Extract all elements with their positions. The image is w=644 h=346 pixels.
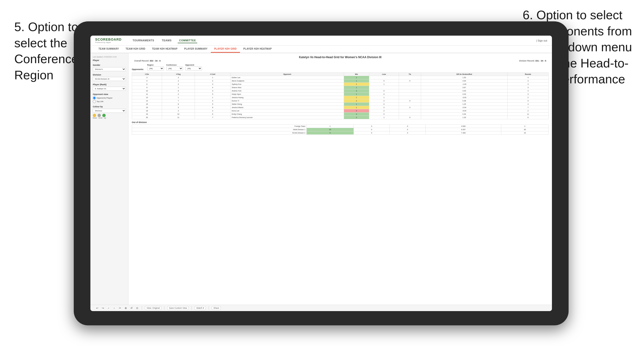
cell-diff: 1.25 [421, 103, 508, 106]
conference-filter-select[interactable]: (All) [166, 66, 183, 71]
cell-win: 0 [344, 109, 369, 113]
subnav-player-summary[interactable]: PLAYER SUMMARY [181, 46, 211, 53]
cell-conf: 4 [194, 86, 230, 89]
share-button[interactable]: Share [212, 306, 221, 310]
conference-filter-label: Conference [166, 64, 183, 66]
toolbar-sep-4 [209, 306, 209, 310]
cut-icon[interactable]: ✂ [118, 306, 122, 310]
col-diff: Diff Av Strokes/Rnd [421, 73, 508, 76]
player-rank-select[interactable]: 8. Katelyn Vo [93, 87, 126, 91]
cell-div: 10 [132, 89, 162, 93]
cell-conf: 3 [194, 89, 230, 93]
cell-win: 1 [344, 79, 369, 83]
subnav-player-h2h-heatmap[interactable]: PLAYER H2H HEATMAP [240, 46, 275, 53]
cell-conf: 5 [194, 93, 230, 96]
opponent-filter-select[interactable]: (All) [185, 66, 202, 71]
out-tie-cell: 0 [390, 125, 426, 128]
refresh-icon[interactable]: ↺ [130, 306, 133, 310]
out-diff-cell: 4.500 [426, 125, 501, 128]
cell-win: 2 [344, 116, 369, 119]
cell-rounds: 4 [508, 89, 548, 93]
undo-icon[interactable]: ↩ [95, 306, 99, 310]
division-label: Division [93, 74, 126, 76]
colour-by-select[interactable]: Win/loss [93, 109, 126, 113]
add-icon[interactable]: ⊕ [124, 306, 128, 310]
region-filter-group: Region (All) [147, 64, 164, 71]
division-select[interactable]: NCAA Division III NCAA Division I NCAA D… [93, 77, 126, 81]
cell-loss: 1 [369, 83, 399, 86]
col-win: Win [344, 73, 369, 76]
subnav-team-h2h-grid[interactable]: TEAM H2H GRID [122, 46, 149, 53]
cell-opponent: Andrea York [230, 89, 344, 93]
cell-reg: 10 [162, 113, 195, 116]
cell-tie [399, 83, 421, 86]
cell-reg: 3 [162, 83, 195, 86]
cell-opponent: Jessica Mason [230, 106, 344, 109]
cell-tie [399, 86, 421, 89]
redo-icon[interactable]: ↪ [101, 306, 105, 310]
cell-div: 18 [132, 109, 162, 113]
subnav-team-h2h-heatmap[interactable]: TEAM H2H HEATMAP [149, 46, 181, 53]
cell-rounds: 7 [508, 106, 548, 109]
table-row: 9 1 4 Sharon Mun 1 3.67 3 [132, 86, 548, 89]
cell-conf: 5 [194, 103, 230, 106]
region-filter-select[interactable]: (All) [147, 66, 164, 71]
grid-area: Katelyn Vo Head-to-Head Grid for Women's… [128, 53, 552, 305]
region-filter-label: Region [147, 64, 164, 66]
back-icon[interactable]: ‹ [106, 306, 110, 310]
nav-committee[interactable]: COMMITTEE [178, 38, 198, 43]
grid-records: Overall Record: 353 - 34 - 6 Division Re… [132, 60, 548, 62]
cell-loss: 1 [369, 116, 399, 119]
gender-select[interactable]: Women's Men's [93, 67, 126, 71]
forward-icon[interactable]: › [112, 306, 116, 310]
top100-radio[interactable]: Top 100 [93, 100, 126, 103]
nav-tournaments[interactable]: TOURNAMENTS [131, 38, 156, 43]
cell-opponent: Sydney Kuo [230, 83, 344, 86]
cell-tie [399, 76, 421, 79]
color-dot-up [102, 114, 106, 117]
division-record-value: 331 - 34 - 6 [535, 60, 546, 62]
bottom-toolbar: ↩ ↪ ‹ › ✂ ⊕ ↺ ⊙ View: Original Save Cust… [90, 305, 552, 311]
opponent-played-radio[interactable]: Opponents Played [93, 96, 126, 100]
out-name-cell: NCAA Division 2 [132, 131, 307, 135]
nav-teams[interactable]: TEAMS [160, 38, 173, 43]
sign-out[interactable]: | Sign out [536, 39, 547, 42]
cell-diff: -3.00 [421, 96, 508, 99]
out-win-cell: 15 [306, 128, 354, 131]
cell-loss: 1 [369, 96, 399, 99]
color-label-up: Up [104, 117, 106, 119]
cell-div: 16 [132, 106, 162, 109]
cell-rounds: 6 [508, 116, 548, 119]
cell-opponent: Esther Lee [230, 76, 344, 79]
cell-div: 13 [132, 96, 162, 99]
out-loss-cell: 0 [354, 131, 390, 135]
cell-tie: 0 [399, 106, 421, 109]
target-icon[interactable]: ⊙ [135, 306, 139, 310]
cell-diff: 3.33 [421, 93, 508, 96]
cell-tie: 0 [399, 99, 421, 103]
cell-loss: 0 [369, 79, 399, 83]
cell-conf: 1 [194, 76, 230, 79]
toolbar-sep-3 [192, 306, 192, 310]
conference-filter-group: Conference (All) [166, 64, 183, 71]
out-diff-cell: 9.267 [426, 128, 501, 131]
cell-diff: -5.00 [421, 109, 508, 113]
watch-button[interactable]: Watch ▾ [194, 306, 206, 310]
cell-conf: 2 [194, 79, 230, 83]
view-original-button[interactable]: View: Original [145, 306, 161, 310]
out-division-table: Foreign Team 1 0 0 4.500 2 NAIA Division… [132, 124, 548, 135]
subnav-player-h2h-grid[interactable]: PLAYER H2H GRID [211, 46, 240, 53]
cell-conf: 4 [194, 99, 230, 103]
cell-reg: 8 [162, 103, 195, 106]
cell-rounds: 3 [508, 79, 548, 83]
save-custom-view-button[interactable]: Save Custom View [167, 306, 189, 310]
cell-diff: -0.94 [421, 106, 508, 109]
opponents-filter-label: Opponents: [132, 68, 144, 71]
subnav-team-summary[interactable]: TEAM SUMMARY [95, 46, 122, 53]
out-loss-cell: 0 [354, 128, 390, 131]
cell-win: 1 [344, 83, 369, 86]
cell-opponent: Emily Chang [230, 113, 344, 116]
sidebar-player-section: Player [93, 59, 126, 61]
cell-rounds: 3 [508, 83, 548, 86]
cell-div: 14 [132, 99, 162, 103]
